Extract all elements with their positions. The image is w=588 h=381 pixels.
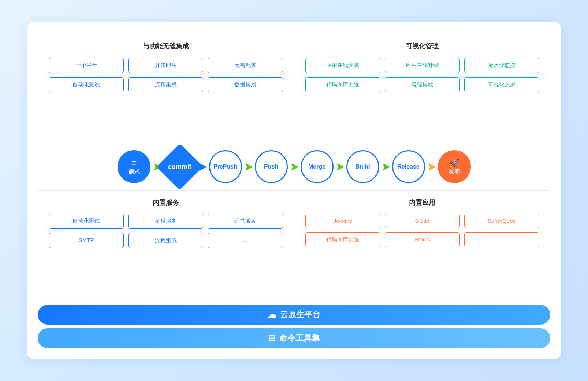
top-section: 与功能无缝集成 一个平台 开箱即用 无需配置 自动化测试 流程集成 数据集成 可… [38,33,550,143]
tag-one-platform: 一个平台 [49,58,124,73]
tag-visual-screen: 可视化大屏 [464,77,539,92]
node-release: Release [392,150,425,183]
bottom-section: 内置服务 自动化测试 备份服务 证书服务 SMTP 流程集成 ... 内置应用 … [38,191,550,300]
node-needs: ≡ 需求 [118,150,150,183]
node-build: Build [346,150,379,183]
builtin-apps-title: 内置应用 [305,198,540,207]
arrow-6: ➤ [382,161,390,173]
panel-integration: 与功能无缝集成 一个平台 开箱即用 无需配置 自动化测试 流程集成 数据集成 [38,33,294,143]
tag-service-smtp: SMTP [49,233,124,248]
tag-code-browse: 代码仓库浏览 [305,77,380,92]
tag-online-install: 应用在线安装 [305,58,380,73]
cloud-icon: ☁ [268,310,276,320]
pipeline-flow: ≡ 需求 ➤ commit ➤ PrePush ➤ Push [118,150,471,183]
node-commit: commit [163,150,196,183]
cloud-platform-label: 云原生平台 [280,309,320,320]
builtin-services-tags: 自动化测试 备份服务 证书服务 SMTP 流程集成 ... [49,214,283,248]
footer-bar-cli: ⊟ 命令工具集 [38,328,550,348]
tag-app-sonarqube: SonarQube [464,214,539,228]
node-prepush: PrePush [209,150,242,183]
tag-auto-test: 自动化测试 [49,77,124,92]
node-deploy: 🚀 发布 [438,150,471,183]
footer-bar-cloud: ☁ 云原生平台 [38,305,550,325]
panel-visualization: 可视化管理 应用在线安装 应用在线升级 流水线监控 代码仓库浏览 流程集成 可视… [294,33,551,143]
tag-flow-integration: 流程集成 [128,77,203,92]
integration-tags: 一个平台 开箱即用 无需配置 自动化测试 流程集成 数据集成 [49,58,283,92]
tag-service-cert: 证书服务 [208,214,283,229]
tag-app-more: ... [464,232,539,247]
builtin-services-title: 内置服务 [49,198,283,207]
arrow-7: ➤ [427,161,436,173]
tag-pipeline-monitor: 流水线监控 [464,58,539,73]
cli-label: 命令工具集 [279,333,320,344]
tag-data-integration: 数据集成 [208,77,283,92]
tag-no-config: 无需配置 [208,58,283,73]
tag-app-code-browse: 代码仓库浏览 [305,232,380,247]
builtin-apps-tags: Jenkins Gitlab SonarQube 代码仓库浏览 Nexus ..… [305,214,540,247]
tag-app-jenkins: Jenkins [305,214,380,228]
tag-service-more: ... [208,233,283,248]
tag-app-nexus: Nexus [385,232,460,247]
arrow-3: ➤ [244,161,253,173]
tag-service-autotest: 自动化测试 [49,214,124,229]
tag-online-upgrade: 应用在线升级 [385,58,460,73]
visualization-tags: 应用在线安装 应用在线升级 流水线监控 代码仓库浏览 流程集成 可视化大屏 [305,58,540,92]
panel-builtin-apps: 内置应用 Jenkins Gitlab SonarQube 代码仓库浏览 Nex… [294,191,551,300]
tag-service-flow: 流程集成 [128,233,203,248]
panel-builtin-services: 内置服务 自动化测试 备份服务 证书服务 SMTP 流程集成 ... [38,191,294,300]
node-push: Push [255,150,288,183]
arrow-5: ➤ [336,161,344,173]
arrow-4: ➤ [290,161,298,173]
tag-service-backup: 备份服务 [128,214,203,229]
visualization-title: 可视化管理 [305,42,540,51]
main-container: 与功能无缝集成 一个平台 开箱即用 无需配置 自动化测试 流程集成 数据集成 可… [27,22,561,359]
pipeline-section: ≡ 需求 ➤ commit ➤ PrePush ➤ Push [38,143,550,191]
tag-app-gitlab: Gitlab [385,214,460,228]
tag-out-of-box: 开箱即用 [128,58,203,73]
node-merge: Merge [301,150,334,183]
footer-section: ☁ 云原生平台 ⊟ 命令工具集 [38,300,550,348]
cli-icon: ⊟ [268,333,276,343]
integration-title: 与功能无缝集成 [49,42,283,51]
tag-flow-integration-2: 流程集成 [385,77,460,92]
